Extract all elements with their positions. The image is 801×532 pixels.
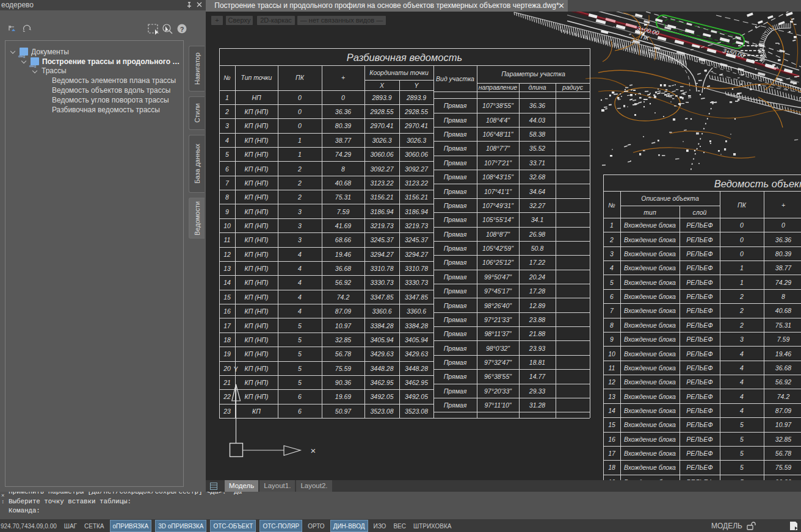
svg-text:0: 0 [298, 94, 302, 101]
svg-text:14: 14 [608, 407, 615, 414]
svg-text:3: 3 [225, 122, 229, 129]
svg-text:32.27: 32.27 [529, 202, 546, 209]
svg-text:Вхождение блока: Вхождение блока [624, 322, 676, 329]
svg-text:КП (НП): КП (НП) [245, 365, 269, 372]
svg-text:16: 16 [608, 436, 615, 443]
svg-text:2893.9: 2893.9 [406, 94, 426, 101]
svg-text:23.88: 23.88 [529, 316, 545, 323]
svg-text:Вхождение блока: Вхождение блока [624, 279, 676, 286]
svg-text:19: 19 [223, 350, 231, 358]
svg-text:Вхождение блока: Вхождение блока [624, 436, 676, 443]
svg-text:5: 5 [298, 365, 302, 372]
svg-text:№: № [223, 74, 230, 81]
svg-text:34.1: 34.1 [531, 216, 543, 223]
svg-text:38.77: 38.77 [775, 264, 792, 271]
svg-text:33.71: 33.71 [529, 159, 545, 167]
svg-text:2928.55: 2928.55 [404, 108, 428, 115]
svg-text:НП: НП [252, 94, 261, 101]
svg-text:74.2: 74.2 [777, 393, 790, 400]
svg-text:КП (НП): КП (НП) [245, 208, 269, 215]
svg-text:1: 1 [225, 94, 229, 101]
svg-text:Вхождение блока: Вхождение блока [624, 264, 676, 271]
svg-text:3330.73: 3330.73 [405, 279, 428, 286]
svg-text:3186.94: 3186.94 [371, 208, 394, 215]
svg-text:19.69: 19.69 [335, 393, 351, 400]
svg-text:97°11'10": 97°11'10" [484, 401, 512, 409]
svg-text:КП: КП [252, 408, 261, 415]
svg-text:КП (НП): КП (НП) [245, 336, 269, 343]
svg-text:3156.21: 3156.21 [371, 193, 394, 201]
svg-text:97°45'17": 97°45'17" [484, 287, 512, 295]
svg-text:41.69: 41.69 [335, 222, 351, 229]
svg-text:КП (НП): КП (НП) [245, 293, 269, 301]
svg-text:3: 3 [298, 236, 302, 243]
svg-text:Прямая: Прямая [444, 159, 467, 167]
svg-text:4: 4 [610, 264, 614, 271]
svg-text:РЕЛЬЕФ: РЕЛЬЕФ [686, 421, 712, 428]
svg-text:31.28: 31.28 [529, 401, 545, 409]
svg-text:107°38'55": 107°38'55" [482, 102, 514, 109]
svg-text:0: 0 [781, 221, 785, 229]
svg-text:Y: Y [414, 82, 419, 89]
svg-text:Вид участка: Вид участка [436, 75, 474, 82]
svg-text:Вхождение блока: Вхождение блока [624, 221, 676, 229]
svg-text:3448.28: 3448.28 [405, 365, 428, 372]
svg-text:Ведомость объектов вдоль трасс: Ведомость объектов вдоль трассы [714, 178, 801, 189]
svg-text:74.2: 74.2 [337, 293, 350, 301]
svg-text:3219.73: 3219.73 [371, 222, 394, 229]
svg-text:Вхождение блока: Вхождение блока [624, 293, 676, 300]
svg-text:5: 5 [298, 336, 302, 343]
svg-text:3405.94: 3405.94 [405, 336, 428, 343]
svg-text:75.59: 75.59 [775, 464, 791, 471]
svg-text:3330.73: 3330.73 [371, 279, 394, 286]
svg-text:23.93: 23.93 [529, 345, 545, 352]
svg-text:87.09: 87.09 [335, 307, 351, 315]
svg-text:0: 0 [298, 122, 302, 129]
svg-text:?: ? [180, 26, 184, 33]
svg-text:5: 5 [740, 464, 744, 471]
svg-text:80.39: 80.39 [335, 122, 351, 129]
svg-text:4: 4 [740, 378, 744, 386]
svg-text:8: 8 [341, 165, 345, 173]
svg-text:36.36: 36.36 [335, 108, 351, 115]
svg-text:10.97: 10.97 [335, 322, 352, 329]
svg-text:Прямая: Прямая [444, 316, 467, 323]
svg-text:44.03: 44.03 [529, 117, 545, 124]
svg-text:КП (НП): КП (НП) [245, 179, 269, 187]
svg-text:Разбивочная ведомость: Разбивочная ведомость [347, 52, 462, 63]
svg-text:32.85: 32.85 [335, 336, 351, 343]
svg-text:3360.6: 3360.6 [372, 307, 391, 315]
svg-text:Прямая: Прямая [444, 302, 467, 309]
svg-text:КП (НП): КП (НП) [245, 307, 269, 315]
svg-text:18: 18 [223, 336, 231, 343]
svg-text:тип: тип [643, 209, 656, 216]
svg-text:2: 2 [739, 322, 744, 329]
svg-text:19.46: 19.46 [775, 350, 791, 358]
svg-text:Вхождение блока: Вхождение блока [624, 421, 676, 428]
svg-text:108°43'15": 108°43'15" [482, 173, 514, 181]
svg-text:12.89: 12.89 [529, 302, 545, 309]
svg-text:3060.06: 3060.06 [405, 151, 428, 158]
svg-text:КП (НП): КП (НП) [245, 379, 269, 386]
svg-text:97°20'33": 97°20'33" [484, 387, 512, 395]
svg-text:РЕЛЬЕФ: РЕЛЬЕФ [686, 264, 712, 271]
svg-text:22: 22 [223, 393, 231, 400]
svg-text:2: 2 [739, 307, 744, 314]
svg-text:12: 12 [608, 378, 615, 386]
svg-text:РЕЛЬЕФ: РЕЛЬЕФ [686, 378, 712, 386]
svg-text:17.22: 17.22 [529, 259, 545, 266]
svg-text:15: 15 [608, 421, 615, 428]
svg-text:4: 4 [740, 350, 744, 358]
svg-text:3347.85: 3347.85 [405, 293, 428, 301]
svg-text:87.09: 87.09 [775, 407, 791, 414]
svg-text:9: 9 [225, 208, 229, 215]
svg-text:Прямая: Прямая [444, 287, 467, 295]
svg-text:107°49'31": 107°49'31" [482, 202, 514, 209]
svg-text:99°50'47": 99°50'47" [484, 273, 512, 281]
svg-text:36.68: 36.68 [775, 364, 791, 372]
svg-text:Прямая: Прямая [444, 188, 467, 195]
svg-text:58.38: 58.38 [529, 131, 545, 138]
svg-text:7: 7 [225, 179, 230, 187]
svg-text:10: 10 [608, 350, 615, 358]
svg-text:ПК: ПК [295, 74, 305, 81]
